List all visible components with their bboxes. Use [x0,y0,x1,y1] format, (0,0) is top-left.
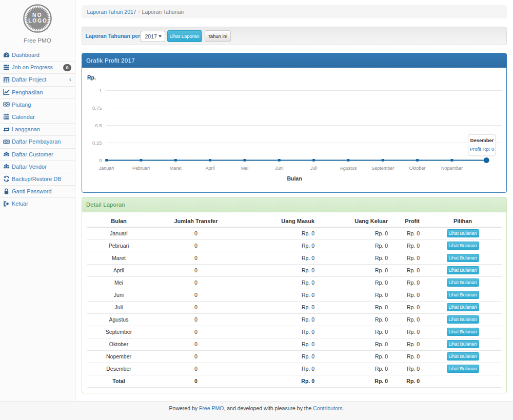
svg-text:Desember: Desember [470,137,494,143]
svg-text:Juli: Juli [310,165,317,170]
svg-text:Nopember: Nopember [441,165,462,170]
svg-text:0: 0 [99,157,102,163]
svg-text:April: April [205,165,214,170]
svg-text:0.75: 0.75 [92,105,102,110]
svg-text:Pebruari: Pebruari [132,165,149,170]
svg-text:Januari: Januari [98,165,114,170]
svg-text:LOGO: LOGO [28,18,47,24]
svg-text:0.5: 0.5 [95,122,102,128]
svg-text:Rp.: Rp. [87,74,96,81]
svg-text:Juni: Juni [274,165,283,170]
svg-text:Maret: Maret [169,165,182,170]
svg-text:September: September [371,165,394,170]
svg-text:Bulan: Bulan [287,175,302,182]
svg-text:Profit Rp: 0: Profit Rp: 0 [469,146,494,151]
svg-text:Mei: Mei [241,165,248,170]
svg-text:NO: NO [32,12,43,18]
svg-text:0.25: 0.25 [92,139,102,145]
svg-text:Agustus: Agustus [340,165,357,170]
svg-text:Oktober: Oktober [409,165,425,170]
svg-text:1: 1 [99,87,102,93]
